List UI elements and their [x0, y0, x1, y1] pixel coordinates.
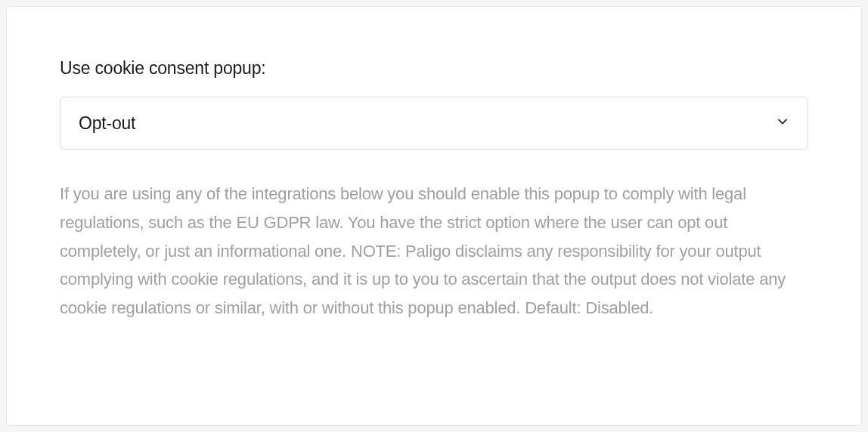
cookie-consent-label: Use cookie consent popup:: [60, 58, 808, 79]
cookie-consent-help-text: If you are using any of the integrations…: [60, 180, 808, 322]
cookie-consent-selected-value: Opt-out: [79, 113, 135, 134]
cookie-consent-select[interactable]: Opt-out: [60, 97, 808, 150]
cookie-consent-select-control[interactable]: Opt-out: [60, 97, 808, 150]
settings-panel: Use cookie consent popup: Opt-out If you…: [6, 6, 862, 426]
